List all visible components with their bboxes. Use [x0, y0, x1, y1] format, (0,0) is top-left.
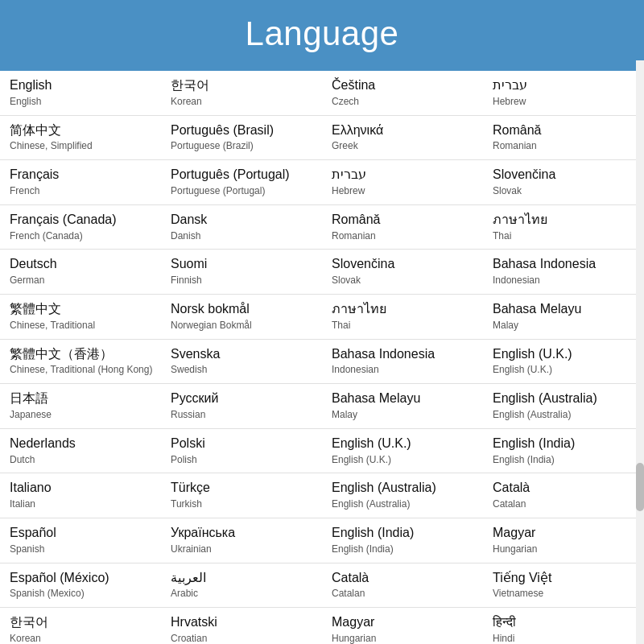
- language-item[interactable]: 日本語Japanese: [0, 384, 161, 429]
- language-english-name: Thai: [493, 229, 636, 243]
- language-item[interactable]: RomânăRomanian: [483, 116, 644, 161]
- language-item[interactable]: NederlandsDutch: [0, 429, 161, 474]
- language-native-name: Italiano: [10, 480, 153, 497]
- language-item[interactable]: SvenskaSwedish: [161, 340, 322, 385]
- language-english-name: Hungarian: [332, 632, 475, 644]
- language-item[interactable]: Bahasa IndonesiaIndonesian: [322, 340, 483, 385]
- language-english-name: Finnish: [171, 274, 314, 287]
- language-item[interactable]: 繁體中文Chinese, Traditional: [0, 295, 161, 340]
- language-english-name: English (India): [493, 453, 636, 467]
- language-english-name: Chinese, Simplified: [10, 139, 153, 153]
- language-item[interactable]: PolskiPolish: [161, 429, 322, 474]
- language-item[interactable]: Norsk bokmålNorwegian Bokmål: [161, 295, 322, 340]
- scrollbar[interactable]: [636, 60, 644, 644]
- language-native-name: ภาษาไทย: [493, 212, 636, 229]
- language-native-name: Español (México): [10, 570, 153, 587]
- language-item[interactable]: EspañolSpanish: [0, 518, 161, 564]
- language-english-name: Korean: [10, 632, 153, 644]
- language-english-name: Polish: [171, 453, 314, 467]
- language-item[interactable]: Español (México)Spanish (Mexico): [0, 564, 161, 609]
- language-item[interactable]: EnglishEnglish: [0, 71, 161, 116]
- language-native-name: English (India): [493, 436, 636, 452]
- language-item[interactable]: العربيةArabic: [161, 564, 322, 609]
- language-item[interactable]: ΕλληνικάGreek: [322, 116, 483, 161]
- language-english-name: French: [10, 184, 153, 198]
- language-item[interactable]: English (U.K.)English (U.K.): [322, 429, 483, 474]
- language-native-name: Hrvatski: [171, 614, 314, 631]
- language-item[interactable]: DanskDanish: [161, 205, 322, 250]
- language-item[interactable]: Bahasa MelayuMalay: [322, 384, 483, 429]
- language-native-name: Bahasa Indonesia: [493, 256, 636, 273]
- language-item[interactable]: English (Australia)English (Australia): [483, 384, 644, 429]
- language-native-name: Català: [493, 480, 636, 497]
- language-english-name: Portuguese (Portugal): [171, 184, 314, 198]
- language-item[interactable]: RomânăRomanian: [322, 205, 483, 250]
- language-native-name: Magyar: [493, 525, 636, 542]
- language-item[interactable]: English (India)English (India): [322, 518, 483, 564]
- language-item[interactable]: ItalianoItalian: [0, 473, 161, 518]
- language-item[interactable]: 한국어Korean: [161, 71, 322, 116]
- language-item[interactable]: SlovenčinaSlovak: [322, 250, 483, 295]
- language-native-name: English (U.K.): [493, 346, 636, 363]
- language-native-name: Deutsch: [10, 256, 153, 273]
- language-native-name: Українська: [171, 525, 314, 542]
- language-item[interactable]: ภาษาไทยThai: [322, 295, 483, 340]
- language-item[interactable]: РусскийRussian: [161, 384, 322, 429]
- language-native-name: Français (Canada): [10, 212, 153, 229]
- language-english-name: Indonesian: [332, 363, 475, 377]
- language-item[interactable]: 繁體中文（香港）Chinese, Traditional (Hong Kong): [0, 340, 161, 385]
- language-english-name: Chinese, Traditional (Hong Kong): [10, 363, 153, 377]
- language-english-name: Slovak: [332, 274, 475, 287]
- language-native-name: Català: [332, 570, 475, 587]
- language-item[interactable]: FrançaisFrench: [0, 160, 161, 205]
- language-item[interactable]: English (Australia)English (Australia): [322, 473, 483, 518]
- language-english-name: English (U.K.): [493, 363, 636, 377]
- language-item[interactable]: HrvatskiCroatian: [161, 608, 322, 644]
- language-item[interactable]: CatalàCatalan: [322, 564, 483, 609]
- language-native-name: Suomi: [171, 256, 314, 273]
- language-native-name: English (Australia): [493, 390, 636, 407]
- language-item[interactable]: Tiếng ViệtVietnamese: [483, 564, 644, 609]
- language-item[interactable]: DeutschGerman: [0, 250, 161, 295]
- language-item[interactable]: 한국어Korean: [0, 608, 161, 644]
- language-item[interactable]: Português (Brasil)Portuguese (Brazil): [161, 116, 322, 161]
- language-english-name: Turkish: [171, 497, 314, 511]
- language-english-name: Slovak: [493, 184, 636, 198]
- language-item[interactable]: Bahasa MelayuMalay: [483, 295, 644, 340]
- language-grid: EnglishEnglish한국어KoreanČeštinaCzechעברית…: [0, 71, 644, 644]
- language-item[interactable]: हिन्दीHindi: [483, 608, 644, 644]
- language-english-name: Thai: [332, 319, 475, 332]
- language-item[interactable]: English (India)English (India): [483, 429, 644, 474]
- language-item[interactable]: Français (Canada)French (Canada): [0, 205, 161, 250]
- language-english-name: Indonesian: [493, 274, 636, 287]
- language-item[interactable]: English (U.K.)English (U.K.): [483, 340, 644, 385]
- scrollbar-thumb[interactable]: [636, 463, 644, 511]
- language-item[interactable]: УкраїнськаUkrainian: [161, 518, 322, 564]
- language-english-name: English (U.K.): [332, 453, 475, 467]
- language-item[interactable]: ภาษาไทยThai: [483, 205, 644, 250]
- language-item[interactable]: TürkçeTurkish: [161, 473, 322, 518]
- language-item[interactable]: MagyarHungarian: [322, 608, 483, 644]
- language-item[interactable]: Bahasa IndonesiaIndonesian: [483, 250, 644, 295]
- language-native-name: Čeština: [332, 77, 475, 94]
- language-english-name: Ukrainian: [171, 543, 314, 556]
- language-item[interactable]: עבריתHebrew: [322, 160, 483, 205]
- language-item[interactable]: ČeštinaCzech: [322, 71, 483, 116]
- language-native-name: Bahasa Melayu: [332, 390, 475, 407]
- language-native-name: Dansk: [171, 212, 314, 229]
- language-item[interactable]: MagyarHungarian: [483, 518, 644, 564]
- language-native-name: עברית: [493, 77, 636, 94]
- language-native-name: English (Australia): [332, 480, 475, 497]
- language-item[interactable]: Português (Portugal)Portuguese (Portugal…: [161, 160, 322, 205]
- language-item[interactable]: 简体中文Chinese, Simplified: [0, 116, 161, 161]
- language-english-name: English: [10, 95, 153, 109]
- language-item[interactable]: SuomiFinnish: [161, 250, 322, 295]
- language-english-name: Czech: [332, 95, 475, 109]
- language-native-name: 日本語: [10, 390, 153, 407]
- language-english-name: Catalan: [332, 587, 475, 601]
- language-item[interactable]: SlovenčinaSlovak: [483, 160, 644, 205]
- language-item[interactable]: CatalàCatalan: [483, 473, 644, 518]
- language-item[interactable]: עבריתHebrew: [483, 71, 644, 116]
- language-native-name: Polski: [171, 436, 314, 452]
- language-native-name: 简体中文: [10, 122, 153, 139]
